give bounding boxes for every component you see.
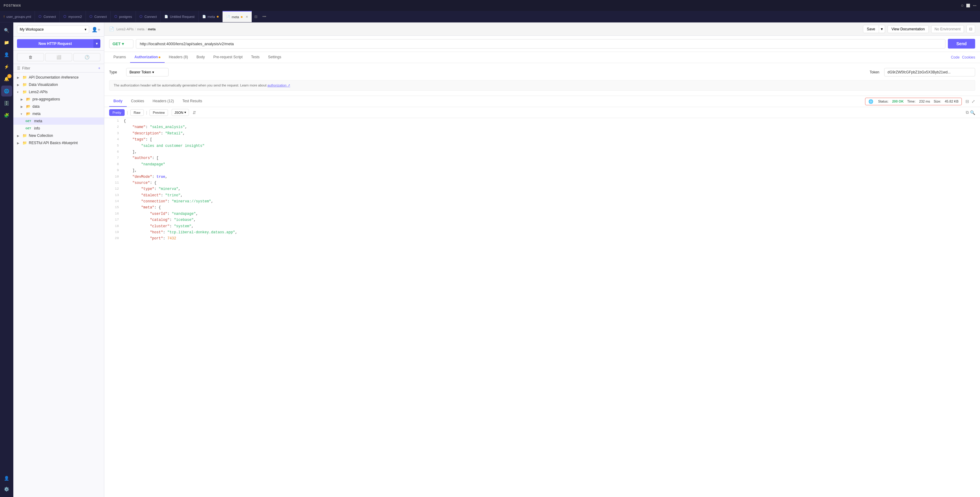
trash-button[interactable]: 🗑 xyxy=(17,53,44,61)
tab-body[interactable]: Body xyxy=(192,52,209,63)
database-icon[interactable]: 🗄️ xyxy=(1,98,12,108)
tab-connect1[interactable]: ⬡ Connect xyxy=(35,11,60,22)
code-link[interactable]: Code xyxy=(951,55,960,59)
sidebar-item-info-request[interactable]: GET info xyxy=(13,125,104,132)
import-button[interactable]: ⬜ xyxy=(45,53,72,61)
layout-icon[interactable]: ⊟ xyxy=(966,99,969,104)
workspace-select[interactable]: My Workspace ▾ xyxy=(17,25,89,33)
more-icon[interactable]: ••• xyxy=(973,4,976,8)
tree-label: API Documentation #reference xyxy=(29,75,100,80)
json-line: 15 "meta": { xyxy=(104,204,980,210)
layout-toggle-icon[interactable]: ⊟ xyxy=(252,14,260,19)
tab-user-groups[interactable]: ! user_groups.yml xyxy=(0,11,35,22)
search-button[interactable]: 🔍 xyxy=(970,110,975,115)
view-doc-button[interactable]: View Documentation xyxy=(888,25,929,33)
explorer-icon[interactable]: 🌐 xyxy=(1,86,12,97)
tab-untitled[interactable]: 📄 Untitled Request xyxy=(161,11,198,22)
sidebar-item-meta-folder[interactable]: ▾ 📂 meta xyxy=(13,110,104,118)
filter-results-icon[interactable]: ⇵ xyxy=(192,110,196,115)
user-icon[interactable]: 👤 xyxy=(1,49,12,60)
size-value: 45.82 KB xyxy=(945,100,958,103)
pretty-button[interactable]: Pretty xyxy=(109,109,125,116)
tab-close-icon[interactable]: ✕ xyxy=(246,15,248,19)
resp-tab-cookies[interactable]: Cookies xyxy=(127,96,148,107)
expand-icon[interactable]: ⬜ xyxy=(966,4,970,8)
resp-tab-headers[interactable]: Headers (12) xyxy=(148,96,178,107)
tab-connect2[interactable]: ⬡ Connect xyxy=(86,11,111,22)
json-line: 13 "dialect": "trino", xyxy=(104,192,980,198)
new-http-request-button[interactable]: New HTTP Request xyxy=(17,39,93,48)
auth-panel: Type Bearer Token ▾ Token dG9rZW5fcGFpbZ… xyxy=(104,63,980,96)
tab-myconn2[interactable]: ⬡ myconn2 xyxy=(60,11,86,22)
tab-tests[interactable]: Tests xyxy=(247,52,264,63)
settings-icon[interactable]: ⚙️ xyxy=(1,484,12,495)
sidebar-item-restful[interactable]: ▶ 📁 RESTful API Basics #blueprint xyxy=(13,139,104,147)
sidebar-item-meta-request[interactable]: GET meta xyxy=(13,118,104,125)
collection-icon: 📁 xyxy=(22,83,27,87)
save-button[interactable]: Save xyxy=(863,25,879,33)
new-http-arrow-button[interactable]: ▾ xyxy=(93,39,100,48)
status-label: Status: xyxy=(878,100,888,103)
resp-tab-test-results[interactable]: Test Results xyxy=(178,96,206,107)
auth-type-row: Type Bearer Token ▾ Token dG9rZW5fcGFpbZ… xyxy=(109,68,975,76)
preview-button[interactable]: Preview xyxy=(150,109,168,116)
tab-meta1[interactable]: 📄 meta xyxy=(199,11,223,22)
json-line: 20 "port": 7432 xyxy=(104,236,980,242)
sidebar-item-api-docs[interactable]: ▶ 📁 API Documentation #reference xyxy=(13,74,104,81)
tab-headers[interactable]: Headers (8) xyxy=(165,52,192,63)
add-collection-button[interactable]: + xyxy=(98,66,100,70)
collection-icon: 📁 xyxy=(22,134,27,138)
tree-label: info xyxy=(34,126,100,131)
broadcast-icon[interactable]: ⊙ xyxy=(961,4,964,8)
json-viewer[interactable]: 1 { 2 "name": "sales_analysis", 3 "descr… xyxy=(104,118,980,497)
more-tabs-icon[interactable]: ••• xyxy=(260,14,269,19)
tab-settings[interactable]: Settings xyxy=(264,52,285,63)
json-format-select[interactable]: JSON ▾ xyxy=(172,109,189,116)
save-arrow-button[interactable]: ▾ xyxy=(879,25,885,33)
env-select[interactable]: No Environment xyxy=(931,25,964,33)
tab-postgres[interactable]: ⬡ postgres xyxy=(111,11,136,22)
breadcrumb: Lens2-APIs / meta / meta xyxy=(116,27,156,31)
tab-meta2[interactable]: 📄 meta ✕ xyxy=(223,11,252,22)
copy-button[interactable]: ⧉ xyxy=(966,110,969,115)
tab-params[interactable]: Params xyxy=(109,52,130,63)
sidebar-item-data-viz[interactable]: ▶ 📁 Data Visualization xyxy=(13,81,104,88)
raw-button[interactable]: Raw xyxy=(130,109,144,116)
json-line: 16 "userId": "nandapage", xyxy=(104,211,980,217)
layout-button[interactable]: ⊟ xyxy=(966,25,975,33)
search-icon[interactable]: 🔍 xyxy=(1,25,12,36)
tab-label: Connect xyxy=(144,15,157,19)
expand-icon[interactable]: ⤢ xyxy=(972,99,975,104)
method-select[interactable]: GET ▾ xyxy=(109,40,134,48)
sidebar-item-data[interactable]: ▶ 📂 data xyxy=(13,103,104,110)
sidebar-item-new-collection[interactable]: ▶ 📁 New Collection xyxy=(13,132,104,139)
resp-tab-body[interactable]: Body xyxy=(109,96,127,107)
tree-label: Lens2-APIs xyxy=(29,90,100,94)
save-btn-group: Save ▾ xyxy=(863,25,885,33)
add-workspace-button[interactable]: 👤+ xyxy=(92,27,100,32)
sidebar-item-pre-aggregations[interactable]: ▶ 📂 pre-aggregations xyxy=(13,96,104,103)
plugins-icon[interactable]: 🧩 xyxy=(1,110,12,121)
folder-icon: 📂 xyxy=(26,104,30,108)
chevron-down-icon: ▾ xyxy=(152,70,154,74)
url-input[interactable] xyxy=(136,39,945,49)
response-area: Body Cookies Headers (12) Test Results 🌐… xyxy=(104,96,980,497)
auth-token-value[interactable]: dG9rZW5fcGFpbZ1bGx5X3Byb21wd... xyxy=(884,68,975,76)
collections-icon[interactable]: 📁 xyxy=(1,37,12,48)
sidebar-item-lens2-apis[interactable]: ▾ 📁 Lens2-APIs xyxy=(13,88,104,96)
chevron-down-icon: ▾ xyxy=(84,27,86,32)
auth-learn-more-link[interactable]: authorization ↗ xyxy=(267,83,290,87)
history-button[interactable]: 🕐 xyxy=(73,53,100,61)
send-button[interactable]: Send xyxy=(948,39,975,49)
tab-pre-request[interactable]: Pre-request Script xyxy=(209,52,247,63)
tab-authorization[interactable]: Authorization xyxy=(130,52,164,63)
notifications-icon[interactable]: 🔔 1 xyxy=(1,73,12,84)
icon-rail-bottom: 👤 ⚙️ xyxy=(1,473,12,495)
cookies-link[interactable]: Cookies xyxy=(962,55,975,59)
auth-type-select[interactable]: Bearer Token ▾ xyxy=(126,68,169,76)
activity-icon[interactable]: ⚡ xyxy=(1,61,12,72)
tab-connect3[interactable]: ⬡ Connect xyxy=(136,11,161,22)
filter-input[interactable] xyxy=(22,66,96,70)
account-icon[interactable]: 👤 xyxy=(1,473,12,484)
sidebar-header: My Workspace ▾ 👤+ xyxy=(13,22,104,37)
